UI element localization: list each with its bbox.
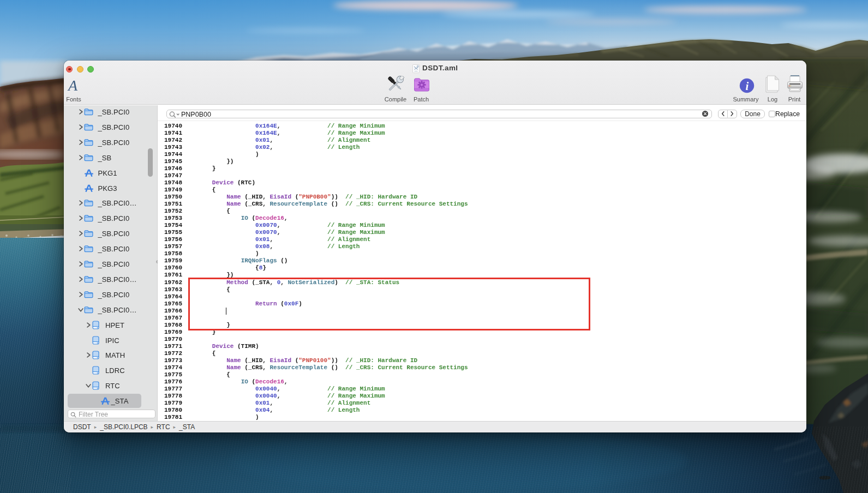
svg-text:i: i xyxy=(746,80,749,93)
